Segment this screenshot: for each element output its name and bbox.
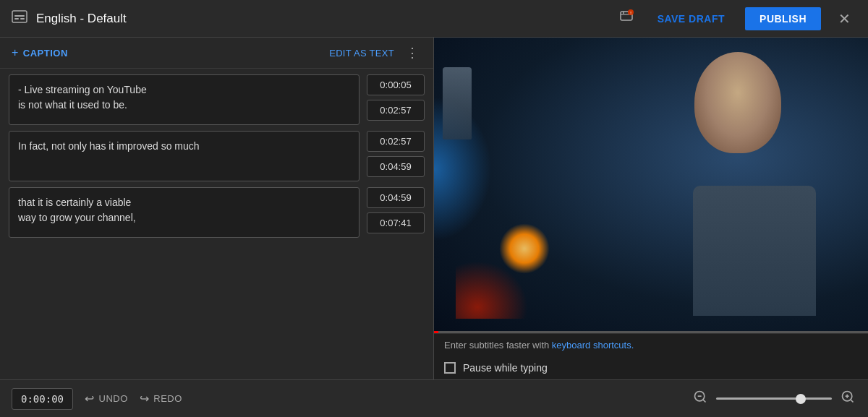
- caption-text-input[interactable]: that it is certainly a viable way to gro…: [9, 187, 359, 238]
- time-badges-2: 0:02:57 0:04:59: [367, 131, 425, 177]
- zoom-out-button[interactable]: [692, 388, 709, 409]
- save-draft-button[interactable]: SAVE DRAFT: [646, 7, 736, 30]
- end-time-badge[interactable]: 0:04:59: [367, 156, 425, 177]
- video-background: [434, 38, 868, 333]
- progress-bar-track: [434, 331, 868, 333]
- start-time-badge[interactable]: 0:00:05: [367, 74, 425, 95]
- main-content: + CAPTION EDIT AS TEXT ⋮ - Live streamin…: [0, 38, 868, 379]
- subtitle-hint: Enter subtitles faster with keyboard sho…: [434, 333, 868, 356]
- pause-while-typing-row: Pause while typing: [434, 356, 868, 379]
- page-title: English - Default: [36, 12, 607, 26]
- header: English - Default ! SAVE DRAFT PUBLISH ✕: [0, 0, 868, 38]
- undo-icon: ↩: [85, 392, 95, 405]
- pause-while-typing-label: Pause while typing: [463, 362, 548, 374]
- end-time-badge[interactable]: 0:02:57: [367, 100, 425, 121]
- edit-as-text-button[interactable]: EDIT AS TEXT: [329, 48, 394, 59]
- bottom-bar: 0:00:00 ↩ UNDO ↪ REDO: [0, 379, 868, 417]
- subtitle-editor-icon: [12, 10, 27, 27]
- caption-row: that it is certainly a viable way to gro…: [9, 187, 425, 238]
- svg-rect-2: [20, 18, 25, 20]
- more-options-button[interactable]: ⋮: [403, 45, 422, 61]
- caption-row: In fact, not only has it improved so muc…: [9, 131, 425, 181]
- zoom-slider[interactable]: [716, 397, 832, 400]
- publish-button[interactable]: PUBLISH: [745, 7, 821, 30]
- zoom-in-button[interactable]: [839, 388, 856, 409]
- person-face: [694, 52, 781, 153]
- svg-rect-3: [14, 15, 25, 17]
- plus-icon: +: [12, 46, 19, 59]
- close-button[interactable]: ✕: [833, 7, 856, 30]
- add-caption-button[interactable]: + CAPTION: [12, 46, 68, 59]
- end-time-badge[interactable]: 0:07:41: [367, 212, 425, 233]
- pause-while-typing-checkbox[interactable]: [444, 362, 456, 374]
- keyboard-shortcuts-link[interactable]: keyboard shortcuts.: [552, 340, 634, 351]
- video-container: 10 10 0:00 / 7:00: [434, 38, 868, 333]
- caption-toolbar: + CAPTION EDIT AS TEXT ⋮: [0, 38, 433, 69]
- svg-line-16: [703, 400, 706, 403]
- svg-line-19: [851, 400, 854, 403]
- time-badges-3: 0:04:59 0:07:41: [367, 187, 425, 233]
- alert-icon[interactable]: !: [616, 6, 637, 31]
- start-time-badge[interactable]: 0:02:57: [367, 131, 425, 152]
- undo-button[interactable]: ↩ UNDO: [85, 392, 128, 405]
- time-counter: 0:00:00: [12, 388, 73, 410]
- video-panel: 10 10 0:00 / 7:00: [434, 38, 868, 379]
- person-body: [693, 186, 816, 316]
- video-frame: [434, 38, 868, 333]
- caption-text-input[interactable]: In fact, not only has it improved so muc…: [9, 131, 359, 181]
- caption-panel: + CAPTION EDIT AS TEXT ⋮ - Live streamin…: [0, 38, 434, 379]
- redo-icon: ↪: [140, 392, 150, 405]
- redo-button[interactable]: ↪ REDO: [140, 392, 182, 405]
- lamp-glow: [499, 223, 550, 274]
- caption-row: - Live streaming on YouTube is not what …: [9, 74, 425, 125]
- caption-text-input[interactable]: - Live streaming on YouTube is not what …: [9, 74, 359, 125]
- progress-bar-fill: [434, 331, 438, 333]
- microphone-silhouette: [443, 67, 472, 139]
- time-badges-1: 0:00:05 0:02:57: [367, 74, 425, 121]
- zoom-controls: [692, 388, 856, 409]
- svg-rect-1: [14, 18, 19, 20]
- caption-list: - Live streaming on YouTube is not what …: [0, 69, 433, 379]
- start-time-badge[interactable]: 0:04:59: [367, 187, 425, 208]
